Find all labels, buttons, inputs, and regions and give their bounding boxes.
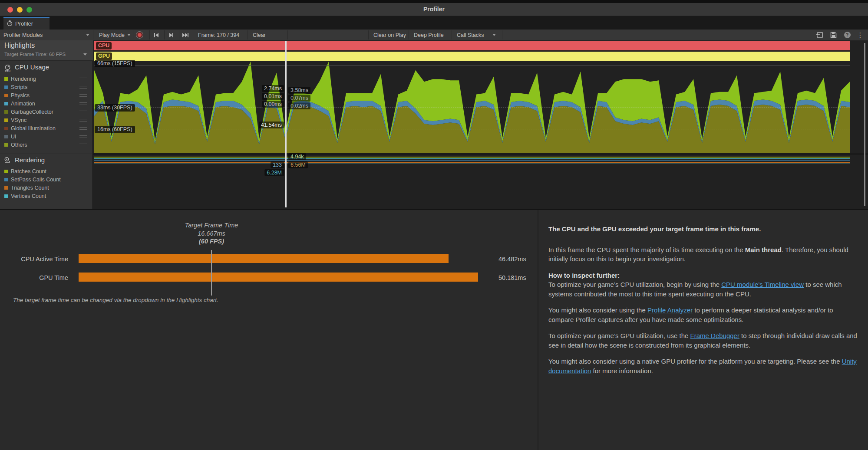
- play-mode-dropdown[interactable]: Play Mode: [99, 30, 131, 40]
- profiler-gauge-icon: [7, 20, 13, 27]
- value-badge-triangles: 6.56M: [288, 161, 308, 168]
- cpu-gauge-icon: CPU: [3, 64, 12, 74]
- kebab-menu-icon: ⋮: [857, 31, 864, 39]
- drag-handle-icon[interactable]: [79, 135, 87, 138]
- clear-button[interactable]: Clear: [253, 30, 266, 40]
- toolbar: Profiler Modules Play Mode: [0, 30, 868, 41]
- gpu-highlight-bar[interactable]: GPU: [94, 52, 850, 61]
- target-frame-time-fps: (60 FPS): [125, 238, 298, 245]
- first-frame-button[interactable]: [153, 30, 160, 40]
- call-stacks-dropdown[interactable]: [492, 30, 496, 40]
- chevron-down-icon[interactable]: [83, 53, 87, 56]
- load-profile-button[interactable]: [814, 30, 825, 40]
- axis-label-66ms: 66ms (15FPS): [95, 60, 135, 67]
- tab-profiler[interactable]: Profiler: [3, 17, 50, 30]
- drag-handle-icon[interactable]: [79, 119, 87, 122]
- advice-link[interactable]: Profile Analyzer: [647, 306, 693, 314]
- cpu-usage-module[interactable]: CPU CPU Usage Rendering Scripts: [0, 61, 93, 154]
- value-badge: 0.02ms: [288, 102, 310, 109]
- selected-frame-line[interactable]: [285, 41, 287, 207]
- legend-item-triangles-count[interactable]: Triangles Count: [4, 184, 89, 191]
- gpu-time-label: GPU Time: [0, 274, 68, 281]
- drag-handle-icon[interactable]: [79, 78, 87, 80]
- tab-bar: Profiler: [0, 16, 868, 30]
- value-badge: 0.07ms: [288, 95, 310, 102]
- legend-item-vertices-count[interactable]: Vertices Count: [4, 192, 89, 200]
- context-menu-button[interactable]: ⋮: [855, 30, 866, 40]
- color-chip: [4, 178, 8, 181]
- legend-item-others[interactable]: Others: [4, 141, 89, 148]
- value-badge-vertices: 6.28M: [264, 169, 284, 176]
- target-frame-time-marker-line: [211, 250, 212, 296]
- legend-item-animation[interactable]: Animation: [4, 100, 89, 107]
- record-button[interactable]: [136, 30, 143, 40]
- drag-handle-icon[interactable]: [79, 111, 87, 113]
- legend-item-global-illumination[interactable]: Global Illumination: [4, 125, 89, 132]
- svg-text:CPU: CPU: [5, 70, 10, 72]
- next-frame-button[interactable]: [168, 30, 175, 40]
- last-frame-button[interactable]: [182, 30, 189, 40]
- color-chip: [4, 135, 8, 138]
- chevron-down-icon[interactable]: [86, 34, 89, 36]
- value-badge: 2.74ms: [262, 85, 284, 92]
- legend-item-ui[interactable]: UI: [4, 133, 89, 140]
- advice-panel: The CPU and the GPU exceeded your target…: [548, 224, 858, 382]
- advice-paragraph: You might also consider using the Profil…: [548, 305, 858, 324]
- deep-profile-toggle[interactable]: Deep Profile: [414, 30, 444, 40]
- advice-link[interactable]: CPU module’s Timeline view: [721, 281, 804, 288]
- triangles-count-line: [94, 162, 850, 163]
- play-mode-label: Play Mode: [99, 32, 125, 38]
- color-chip: [4, 118, 8, 122]
- legend-item-rendering[interactable]: Rendering: [4, 75, 89, 82]
- highlights-module[interactable]: Highlights Target Frame Time: 60 FPS: [0, 40, 93, 61]
- legend-item-garbagecollector[interactable]: GarbageCollector: [4, 108, 89, 115]
- modules-sidebar: Highlights Target Frame Time: 60 FPS CPU…: [0, 40, 93, 209]
- profiler-window: Profiler Profiler Profiler Modules Play …: [0, 3, 868, 450]
- help-button[interactable]: ?: [842, 30, 853, 40]
- advice-paragraph: To optimize your game’s CPU utilization,…: [548, 280, 858, 299]
- details-divider[interactable]: [538, 210, 538, 450]
- drag-handle-icon[interactable]: [79, 86, 87, 89]
- vertices-count-line: [94, 158, 850, 159]
- clear-on-play-toggle[interactable]: Clear on Play: [373, 30, 406, 40]
- cpu-active-time-label: CPU Active Time: [0, 256, 68, 263]
- value-badge-batches: 4.94k: [288, 153, 306, 160]
- drag-handle-icon[interactable]: [79, 144, 87, 146]
- advice-text: You might also consider using a native G…: [548, 358, 842, 365]
- value-badge: 0.00ms: [262, 101, 284, 108]
- color-chip: [4, 110, 8, 114]
- drag-handle-icon[interactable]: [79, 94, 87, 97]
- window-title: Profiler: [0, 6, 868, 13]
- vertices-count-line-2: [94, 164, 850, 164]
- frame-counter: Frame: 170 / 394: [198, 30, 239, 40]
- rendering-title: Rendering: [15, 156, 45, 164]
- legend-item-setpass-calls-count[interactable]: SetPass Calls Count: [4, 176, 89, 183]
- load-icon: [816, 32, 823, 38]
- record-icon: [136, 32, 143, 38]
- legend-item-scripts[interactable]: Scripts: [4, 83, 89, 91]
- batches-count-line: [94, 157, 850, 158]
- legend-item-batches-count[interactable]: Batches Count: [4, 168, 89, 175]
- rendering-module[interactable]: Rendering Batches Count SetPass Calls Co…: [0, 154, 93, 209]
- cpu-usage-chart[interactable]: [94, 61, 850, 153]
- call-stacks-toggle[interactable]: Call Stacks: [457, 30, 484, 40]
- help-icon: ?: [844, 32, 851, 38]
- legend-item-physics[interactable]: Physics: [4, 92, 89, 99]
- gpu-time-bar: [79, 273, 478, 282]
- color-chip: [4, 143, 8, 147]
- advice-link[interactable]: Frame Debugger: [690, 332, 739, 339]
- target-frame-time-dropdown[interactable]: Target Frame Time: 60 FPS: [4, 52, 66, 57]
- chart-right-edge-marker[interactable]: [864, 43, 865, 206]
- drag-handle-icon[interactable]: [79, 127, 87, 130]
- legend-item-vsync[interactable]: VSync: [4, 116, 89, 124]
- drag-handle-icon[interactable]: [79, 102, 87, 105]
- setpass-calls-line: [94, 160, 850, 161]
- save-profile-button[interactable]: [828, 30, 839, 40]
- cpu-usage-title: CPU Usage: [15, 63, 49, 71]
- highlights-title: Highlights: [4, 42, 35, 49]
- cpu-highlight-bar[interactable]: CPU: [94, 41, 850, 50]
- rendering-module-icon: [4, 157, 11, 166]
- skip-forward-icon: [182, 32, 189, 39]
- background-app-strip: [0, 0, 868, 3]
- profiler-modules-dropdown[interactable]: Profiler Modules: [3, 30, 43, 40]
